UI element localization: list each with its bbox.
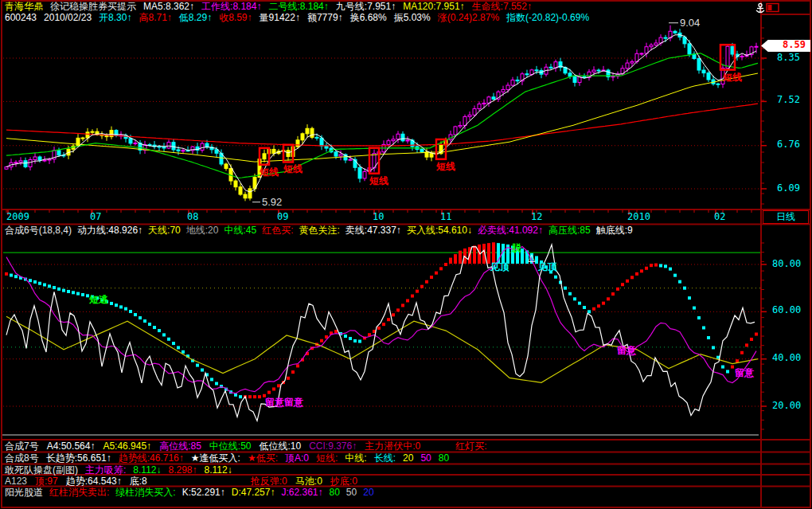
text-segment: 80	[329, 487, 339, 498]
text-segment: 天线:70	[148, 225, 181, 236]
short-line-signal-label: 短线	[259, 166, 279, 178]
window-layout-icon[interactable]	[767, 4, 779, 12]
text-segment: 低8.29↑	[179, 13, 212, 23]
period-selector[interactable]: 日线	[763, 210, 809, 224]
text-segment: 短线:	[316, 453, 338, 464]
text-segment: 敢死队操盘(副图)	[5, 465, 78, 476]
oscillator-axis-label: 60.00	[772, 305, 801, 315]
x-axis-label: 02	[714, 212, 725, 222]
text-segment: 中线:45	[224, 225, 256, 236]
price-axis-label: 8.35	[777, 53, 800, 63]
text-segment: 生命线:7.552↑	[472, 2, 532, 12]
stock-app-window: 短线短线短线短线短线9.045.92 青海华鼎徐记稳操胜券买提示MA5:8.36…	[0, 0, 812, 509]
text-segment: 必卖线:41.092↑	[478, 225, 543, 236]
text-segment: ★低买:	[248, 453, 278, 464]
text-segment: 顶:97	[35, 476, 58, 487]
short-line-signal-label: 短线	[435, 161, 455, 172]
text-segment: 中线:	[345, 453, 366, 464]
text-segment: ★逢低买入:	[191, 453, 240, 464]
text-segment: 黄色关注:	[299, 225, 339, 236]
x-axis-label: 09	[277, 212, 288, 222]
text-segment: 80	[439, 453, 449, 464]
current-price-tag: 8.59	[761, 40, 810, 52]
text-segment: 换6.68%	[350, 13, 387, 23]
text-segment: 买入线:54.610↓	[407, 225, 472, 236]
text-segment: MA120:7.951↑	[403, 2, 464, 12]
text-segment: 红灯买:	[455, 441, 486, 452]
oscillator-panel[interactable]	[5, 242, 758, 421]
text-segment: A123	[5, 476, 27, 487]
text-segment: 九号线:7.951↑	[336, 2, 396, 12]
text-segment: 20	[403, 453, 413, 464]
text-segment: 20	[363, 487, 373, 498]
text-segment: 红柱消失卖出:	[49, 487, 109, 498]
x-axis-label: 2010	[627, 212, 650, 222]
text-segment: MA5:8.362↑	[143, 2, 194, 12]
text-segment: 地线:20	[186, 225, 219, 236]
text-segment: 抄底:0	[330, 476, 357, 487]
price-axis-label: 6.76	[777, 139, 800, 150]
low-price-annotation: 5.92	[262, 196, 282, 208]
text-segment: A4:50.564↑	[47, 441, 96, 452]
text-segment: 青海华鼎	[5, 2, 43, 12]
x-axis-label: 12	[531, 212, 542, 222]
text-segment: 合成8号	[5, 453, 39, 464]
header-indicator-values: 青海华鼎徐记稳操胜券买提示MA5:8.362↑工作线:8.184↑二号线:8.1…	[5, 2, 532, 12]
signal-text-annotation: 留意	[617, 346, 636, 356]
price-axis-label: 7.52	[777, 95, 800, 105]
text-segment: 趋势:64.543↑	[66, 476, 122, 487]
text-segment: 合成6号(18,8,4)	[5, 225, 72, 236]
text-segment: 顶A:0	[285, 453, 309, 464]
text-segment: A5:46.945↑	[103, 441, 151, 452]
text-segment: 阳光股道	[5, 487, 43, 498]
text-segment: 底:8	[130, 476, 147, 487]
text-segment: 2010/02/23	[44, 13, 92, 23]
text-segment: D:47.257↑	[232, 487, 275, 498]
short-line-signal-label: 短线	[283, 163, 303, 174]
signal-text-annotation: 脱	[512, 243, 521, 253]
signal-text-annotation: 短逃	[89, 295, 108, 305]
signal-text-annotation: 见顶	[538, 262, 557, 272]
text-segment: 绿柱消失买入:	[115, 487, 175, 498]
x-axis-label: 07	[90, 212, 101, 222]
text-segment: 低位线:10	[260, 441, 302, 452]
text-segment: 指数(-20.82)-0.69%	[506, 13, 589, 23]
text-segment: 趋势线:46.716↑	[119, 453, 184, 464]
text-segment: K:52.291↑	[182, 487, 225, 498]
text-segment: 工作线:8.184↑	[201, 2, 261, 12]
text-segment: 高位线:85	[159, 441, 201, 452]
x-axis-label: 08	[187, 212, 198, 222]
text-segment: 8.298↑	[168, 465, 197, 476]
text-segment: 动力线:48.926↑	[77, 225, 142, 236]
text-segment: 50	[346, 487, 357, 498]
chart-canvas[interactable]: 短线短线短线短线短线9.045.92	[0, 0, 812, 509]
text-segment: 红色买:	[262, 225, 293, 236]
short-line-signal-label: 短线	[369, 175, 388, 186]
oscillator-axis-label: 40.00	[772, 353, 801, 363]
text-segment: 高压线:85	[548, 225, 591, 236]
text-segment: 主力吸筹:	[85, 465, 126, 476]
status-row-hecheng7: 合成7号A4:50.564↑A5:46.945↑高位线:85中位线:50低位线:…	[5, 441, 487, 452]
high-price-annotation: 9.04	[680, 17, 700, 29]
text-segment: 抢反弹:0	[251, 476, 287, 487]
x-axis-label: 11	[440, 212, 451, 222]
oscillator-axis-label: 80.00	[772, 259, 801, 269]
text-segment: 卖线:47.337↑	[345, 225, 401, 236]
status-row-a123: A123顶:97趋势:64.543↑底:8抢反弹:0马池:0抄底:0	[5, 476, 357, 487]
text-segment: 振5.03%	[394, 13, 431, 23]
oscillator-axis-label: 20.00	[772, 401, 801, 411]
status-row-gansidui: 敢死队操盘(副图)主力吸筹:8.112↓8.298↑8.112↓	[5, 465, 232, 476]
signal-text-annotation: 见顶	[490, 262, 509, 272]
text-segment: J:62.361↑	[281, 487, 322, 498]
x-axis-label: 2009	[6, 212, 29, 222]
text-segment: 额7779↑	[307, 13, 343, 23]
price-axis-label: 6.09	[777, 183, 800, 194]
sub-indicator-header: 合成6号(18,8,4)动力线:48.926↑天线:70地线:20中线:45红色…	[5, 225, 633, 236]
text-segment: 量91422↑	[260, 13, 300, 23]
text-segment: 涨(0.24)2.87%	[438, 13, 499, 23]
text-segment: 合成7号	[5, 441, 39, 452]
status-row-yangguang: 阳光股道红柱消失卖出:绿柱消失买入:K:52.291↑D:47.257↑J:62…	[5, 487, 374, 498]
text-segment: CCI:9.376↑	[309, 441, 357, 452]
status-row-hecheng8: 合成8号长趋势:56.651↑趋势线:46.716↑★逢低买入:★低买:顶A:0…	[5, 453, 449, 464]
text-segment: 二号线:8.184↑	[268, 2, 328, 12]
